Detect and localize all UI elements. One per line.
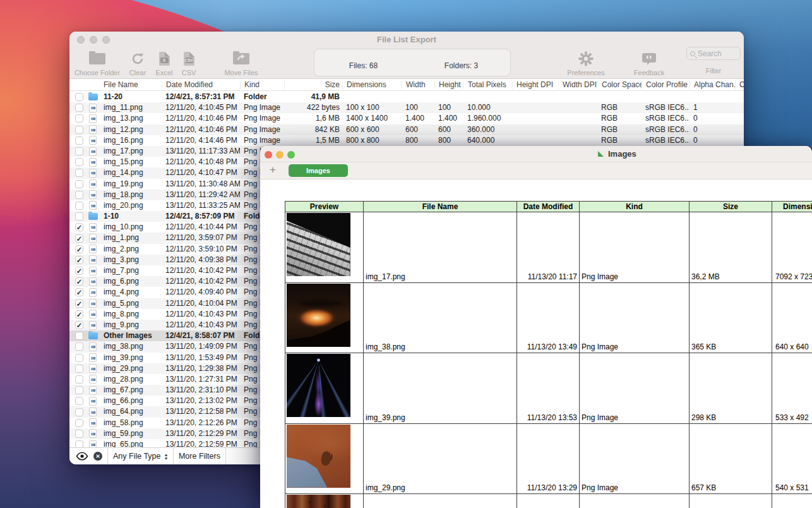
- file-type-dropdown[interactable]: Any File Type▲▼: [108, 452, 173, 461]
- column-header[interactable]: Total Pixels: [463, 81, 512, 89]
- row-checkbox[interactable]: [75, 158, 83, 166]
- image-file-icon: [89, 277, 97, 286]
- cell-d: 13/11/20, 2:12:58 PM: [162, 406, 240, 417]
- csv-button[interactable]: CSV CSV: [160, 51, 217, 76]
- gear-icon: [578, 51, 594, 67]
- row-checkbox[interactable]: [75, 202, 83, 210]
- column-header[interactable]: Width DPI: [558, 81, 597, 89]
- row-checkbox[interactable]: [75, 126, 83, 134]
- column-header[interactable]: Color Space: [597, 81, 642, 89]
- move-files-button[interactable]: Move Files: [213, 51, 270, 76]
- row-checkbox[interactable]: [75, 408, 83, 416]
- cell-d: 12/11/20, 4:10:45 PM: [162, 102, 240, 113]
- cell-n: img_19.png: [100, 179, 162, 190]
- images-column-header: Kind: [580, 202, 690, 212]
- column-header[interactable]: Height DPI: [512, 81, 558, 89]
- image-file-icon: [89, 136, 97, 145]
- row-checkbox[interactable]: [75, 191, 83, 199]
- column-header[interactable]: Width: [402, 81, 434, 89]
- row-checkbox[interactable]: [75, 93, 83, 101]
- cell-d: 12/11/20, 4:10:42 PM: [162, 265, 240, 276]
- cell-n: img_6.png: [100, 276, 162, 287]
- row-checkbox[interactable]: [75, 397, 83, 405]
- column-header[interactable]: Size: [284, 81, 342, 89]
- cell-n: img_3.png: [100, 255, 162, 265]
- cell-n: img_10.png: [100, 222, 162, 233]
- row-checkbox[interactable]: ✓: [75, 267, 83, 275]
- file-row[interactable]: img_12.png12/11/20, 4:10:46 PMPng Image8…: [69, 124, 744, 135]
- feedback-button[interactable]: Feedback: [621, 51, 678, 76]
- minimize-button[interactable]: [276, 151, 284, 159]
- row-checkbox[interactable]: [75, 430, 83, 438]
- files-count: Files: 68: [314, 49, 412, 76]
- sheet-label[interactable]: Images: [598, 149, 636, 159]
- row-checkbox[interactable]: ✓: [75, 234, 83, 243]
- row-checkbox[interactable]: [75, 104, 83, 112]
- row-checkbox[interactable]: ✓: [75, 299, 83, 308]
- row-checkbox[interactable]: ✓: [75, 288, 83, 296]
- cell-d: 12/11/20, 4:10:42 PM: [162, 276, 240, 287]
- image-file-icon: [89, 104, 97, 112]
- row-checkbox[interactable]: [75, 386, 83, 394]
- row-checkbox[interactable]: [75, 440, 83, 447]
- more-filters-button[interactable]: More Filters: [174, 452, 225, 461]
- row-checkbox[interactable]: [75, 114, 83, 123]
- row-checkbox[interactable]: [75, 419, 83, 427]
- cell-k: Png Image: [240, 113, 284, 124]
- search-input[interactable]: Search: [686, 47, 741, 60]
- row-checkbox[interactable]: [75, 212, 83, 221]
- column-header[interactable]: Height: [434, 81, 463, 89]
- data-cell: Png Image: [580, 212, 690, 282]
- data-cell: Png Image: [580, 353, 690, 423]
- column-header[interactable]: Kind: [240, 81, 284, 89]
- clear-filter-icon[interactable]: ✕: [93, 452, 102, 461]
- cell-tp: 640.000: [463, 135, 512, 146]
- file-row[interactable]: img_13.png12/11/20, 4:10:46 PMPng Image1…: [69, 113, 744, 124]
- file-row[interactable]: img_16.png12/11/20, 4:14:46 PMPng Image1…: [69, 135, 744, 146]
- sheet-tab-images[interactable]: Images: [289, 164, 348, 177]
- image-file-icon: [89, 234, 97, 243]
- row-checkbox[interactable]: ✓: [75, 310, 83, 318]
- cell-n: Other Images: [100, 330, 162, 341]
- row-checkbox[interactable]: ✓: [75, 223, 83, 231]
- row-checkbox[interactable]: [75, 365, 83, 373]
- column-header[interactable]: Alpha Chan...: [690, 81, 735, 89]
- column-header[interactable]: Dimensions: [342, 81, 402, 89]
- row-checkbox[interactable]: [75, 136, 83, 145]
- cell-w: 600: [402, 124, 434, 135]
- eye-icon[interactable]: [76, 452, 88, 461]
- row-checkbox[interactable]: [75, 354, 83, 362]
- row-checkbox[interactable]: [75, 375, 83, 384]
- cell-cs: [597, 92, 642, 102]
- row-checkbox[interactable]: ✓: [75, 245, 83, 253]
- column-header[interactable]: Color Profile: [642, 81, 690, 89]
- cell-h: 1.400: [434, 113, 463, 124]
- file-row[interactable]: 11-2012/4/21, 8:57:31 PMFolder41,9 MB: [69, 92, 744, 102]
- column-header[interactable]: Cr: [735, 81, 744, 89]
- cell-a: 1: [690, 102, 735, 113]
- row-checkbox[interactable]: ✓: [75, 256, 83, 264]
- row-checkbox[interactable]: [75, 180, 83, 188]
- images-export-window: Images + Images PreviewFile NameDate Mod…: [260, 146, 812, 508]
- row-checkbox[interactable]: [75, 169, 83, 177]
- row-checkbox[interactable]: ✓: [75, 321, 83, 329]
- close-button[interactable]: [265, 151, 272, 159]
- cell-d: 13/11/20, 11:29:42 AM: [162, 190, 240, 200]
- file-row[interactable]: img_11.png12/11/20, 4:10:45 PMPng Image4…: [69, 102, 744, 113]
- add-sheet-button[interactable]: +: [270, 164, 276, 176]
- preferences-button[interactable]: Preferences: [558, 51, 614, 76]
- row-checkbox[interactable]: ✓: [75, 277, 83, 286]
- data-cell: [580, 494, 690, 508]
- row-checkbox[interactable]: [75, 147, 83, 155]
- cell-cr: [735, 124, 744, 135]
- data-cell: img_38.png: [364, 283, 517, 353]
- zoom-button[interactable]: [287, 151, 295, 159]
- row-checkbox[interactable]: [75, 332, 83, 340]
- cell-n: img_28.png: [100, 374, 162, 385]
- column-header[interactable]: File Name: [100, 81, 162, 89]
- preview-cell: [285, 283, 364, 353]
- csv-file-icon: CSV: [184, 52, 194, 66]
- row-checkbox[interactable]: [75, 342, 83, 351]
- cell-n: img_11.png: [100, 102, 162, 113]
- column-header[interactable]: Date Modified: [162, 81, 240, 89]
